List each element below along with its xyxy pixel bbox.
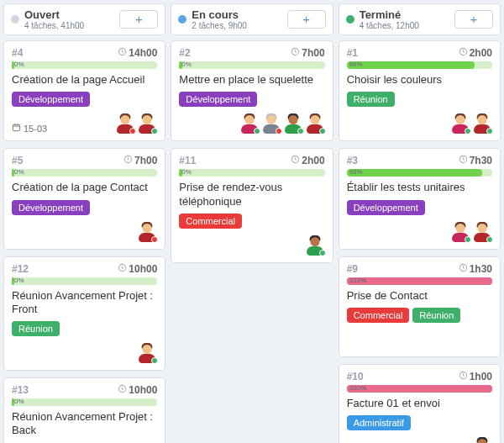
tag[interactable]: Développement	[179, 92, 257, 107]
column-title: En cours	[192, 8, 247, 21]
avatar	[472, 437, 492, 443]
assignees	[305, 235, 325, 256]
tag[interactable]: Réunion	[12, 321, 60, 336]
card-header: #112h00	[179, 155, 324, 166]
task-title: Établir les tests unitaires	[347, 181, 492, 194]
card-header: #414h00	[12, 47, 157, 59]
card-footer	[347, 437, 492, 443]
tag[interactable]: Administratif	[347, 415, 412, 430]
task-card[interactable]: #12h0088%Choisir les couleursRéunion	[339, 40, 501, 141]
task-duration: 7h00	[291, 47, 324, 59]
task-card[interactable]: #57h000%Création de la page ContactDével…	[3, 148, 165, 249]
tag[interactable]: Réunion	[347, 92, 395, 107]
progress-label: 0%	[181, 61, 192, 68]
tag-list: Réunion	[12, 321, 157, 336]
task-card[interactable]: #91h30133%Prise de ContactCommercialRéun…	[339, 256, 501, 357]
avatar	[305, 235, 325, 256]
task-title: Prise de Contact	[347, 289, 492, 303]
task-duration: 14h00	[118, 47, 157, 59]
task-duration: 2h00	[291, 155, 324, 166]
task-id: #12	[12, 263, 29, 275]
tag[interactable]: Développement	[347, 200, 425, 215]
card-footer	[347, 222, 492, 242]
task-id: #13	[12, 384, 29, 396]
progress-label: 0%	[14, 398, 24, 405]
tag-list: Développement	[347, 200, 492, 215]
progress-bar: 133%	[347, 277, 492, 286]
card-header: #1310h00	[12, 384, 157, 396]
clock-icon	[118, 263, 127, 275]
clock-icon	[291, 47, 300, 59]
progress-label: 0%	[181, 168, 192, 176]
tag[interactable]: Développement	[12, 92, 90, 107]
add-task-button[interactable]: +	[287, 10, 326, 29]
add-task-button[interactable]: +	[119, 10, 158, 29]
tag[interactable]: Réunion	[412, 308, 460, 323]
progress-label: 88%	[349, 61, 363, 68]
card-footer: 15-03	[12, 113, 157, 134]
avatar	[261, 113, 281, 134]
task-title: Prise de rendez-vous téléphonique	[179, 181, 324, 208]
task-card[interactable]: #101h00100%Facture 01 et envoiAdministra…	[339, 364, 501, 443]
progress-bar: 93%	[347, 169, 492, 177]
progress-bar: 100%	[347, 385, 492, 393]
task-title: Création de la page Accueil	[12, 73, 157, 87]
progress-label: 133%	[349, 277, 366, 284]
task-duration: 1h30	[459, 263, 492, 275]
card-footer	[12, 343, 157, 363]
tag[interactable]: Commercial	[179, 214, 242, 229]
column-inprogress: En cours2 tâches, 9h00+#27h000%Mettre en…	[171, 3, 333, 443]
column-title: Ouvert	[24, 8, 84, 21]
add-task-button[interactable]: +	[454, 10, 493, 29]
task-title: Création de la page Contact	[12, 181, 157, 194]
clock-icon	[118, 47, 127, 59]
avatar	[305, 113, 325, 134]
tag-list: CommercialRéunion	[347, 308, 492, 323]
clock-icon	[459, 155, 468, 166]
task-id: #2	[179, 47, 190, 59]
avatar	[115, 113, 135, 134]
column-subtitle: 2 tâches, 9h00	[192, 21, 247, 30]
progress-bar: 0%	[12, 169, 157, 177]
task-duration: 10h00	[118, 263, 157, 275]
avatar	[472, 113, 492, 134]
task-title: Réunion Avancement Projet : Front	[12, 289, 157, 317]
task-title: Facture 01 et envoi	[347, 397, 492, 410]
task-card[interactable]: #1210h000%Réunion Avancement Projet : Fr…	[3, 256, 165, 372]
tag-list: Administratif	[347, 415, 492, 430]
card-header: #37h30	[347, 155, 492, 166]
task-id: #3	[347, 155, 358, 166]
task-card[interactable]: #37h3093%Établir les tests unitairesDéve…	[339, 148, 501, 249]
avatar	[472, 222, 492, 242]
tag[interactable]: Commercial	[347, 308, 410, 323]
task-title: Réunion Avancement Projet : Back	[12, 410, 157, 438]
clock-icon	[459, 47, 468, 59]
column-title: Terminé	[360, 8, 419, 21]
progress-bar: 0%	[179, 61, 324, 70]
avatar	[137, 113, 157, 134]
column-subtitle: 4 tâches, 41h00	[24, 21, 84, 30]
task-id: #10	[347, 371, 364, 382]
task-id: #11	[179, 155, 196, 166]
column-subtitle: 4 tâches, 12h00	[360, 21, 419, 30]
progress-bar: 0%	[12, 398, 157, 407]
assignees	[137, 343, 157, 363]
avatar	[137, 222, 157, 242]
card-header: #91h30	[347, 263, 492, 275]
task-card[interactable]: #112h000%Prise de rendez-vous téléphoniq…	[171, 148, 333, 263]
due-date: 15-03	[12, 123, 47, 134]
task-card[interactable]: #1310h000%Réunion Avancement Projet : Ba…	[3, 377, 165, 443]
card-footer	[179, 113, 324, 134]
calendar-icon	[12, 123, 21, 134]
status-dot-icon	[11, 15, 19, 24]
task-duration: 2h00	[459, 47, 492, 59]
assignees	[472, 437, 492, 443]
progress-bar: 0%	[12, 61, 157, 70]
assignees	[450, 222, 492, 242]
clock-icon	[118, 384, 127, 396]
card-footer	[179, 235, 324, 256]
task-card[interactable]: #27h000%Mettre en place le squeletteDéve…	[171, 40, 333, 141]
tag-list: Développement	[179, 92, 324, 107]
tag[interactable]: Développement	[12, 200, 90, 215]
task-card[interactable]: #414h000%Création de la page AccueilDéve…	[3, 40, 165, 141]
